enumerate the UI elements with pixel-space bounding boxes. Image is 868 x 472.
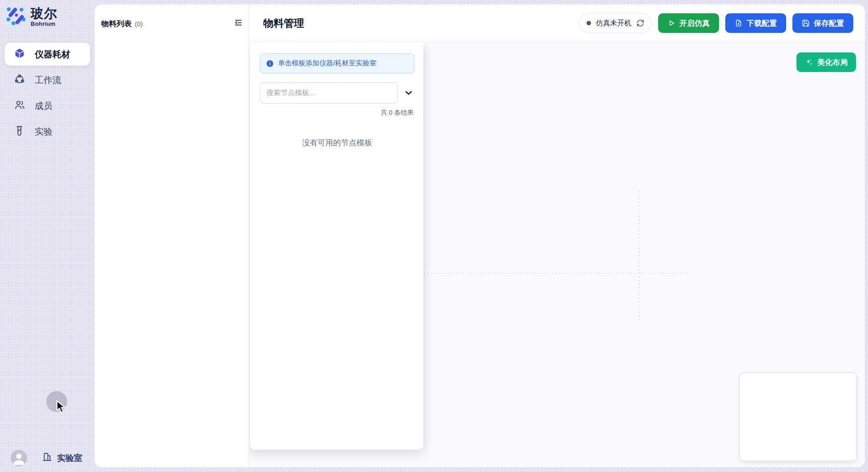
test-tube-icon — [14, 125, 25, 139]
flow-canvas[interactable]: 单击模板添加仪器/耗材至实验室 共 0 条结果 没 — [249, 42, 865, 467]
empty-templates-message: 没有可用的节点模板 — [260, 137, 414, 148]
save-icon — [802, 19, 810, 27]
building-icon — [42, 452, 52, 464]
chevron-down-icon — [404, 88, 414, 98]
sidebar-item-members[interactable]: 成员 — [4, 94, 90, 117]
sidebar-item-instruments[interactable]: 仪器耗材 — [4, 43, 90, 66]
info-icon — [266, 60, 274, 68]
lab-entry[interactable]: 实验室 — [42, 452, 82, 464]
header-actions: 仿真未开机 — [579, 13, 853, 33]
template-search-row — [260, 82, 414, 104]
save-config-label: 保存配置 — [814, 18, 844, 28]
materials-list-count: (0) — [135, 20, 143, 28]
simulation-status-label: 仿真未开机 — [596, 19, 631, 28]
sidebar-item-label: 成员 — [35, 100, 52, 112]
user-avatar[interactable] — [11, 450, 27, 466]
sidebar-item-label: 实验 — [35, 126, 52, 138]
download-config-button[interactable]: 下载配置 — [725, 13, 786, 33]
status-dot-icon — [587, 21, 591, 25]
simulation-status-chip[interactable]: 仿真未开机 — [579, 13, 652, 33]
sidebar-nav: 仪器耗材 工作流 — [0, 43, 95, 143]
sparkles-icon — [805, 58, 813, 67]
save-config-button[interactable]: 保存配置 — [792, 13, 853, 33]
start-simulation-label: 开启仿真 — [679, 18, 710, 28]
beautify-layout-button[interactable]: 美化布局 — [796, 52, 856, 72]
main-column: 物料管理 仿真未开机 — [249, 4, 865, 467]
expand-categories-button[interactable] — [403, 87, 414, 99]
sidebar-item-label: 仪器耗材 — [35, 48, 70, 60]
brand-logo: 玻尔 Bohrium — [0, 0, 95, 28]
brand-subtitle: Bohrium — [31, 20, 57, 27]
template-hint-alert: 单击模板添加仪器/耗材至实验室 — [260, 53, 414, 73]
collapse-panel-icon[interactable] — [234, 18, 243, 29]
play-icon — [667, 19, 675, 27]
sidebar-footer: 实验室 — [0, 450, 95, 466]
cube-icon — [14, 48, 25, 61]
search-result-count: 共 0 条结果 — [260, 108, 414, 117]
download-config-label: 下载配置 — [747, 18, 777, 28]
refresh-icon[interactable] — [636, 19, 644, 27]
sidebar-item-workflow[interactable]: 工作流 — [4, 68, 90, 92]
sidebar-item-experiments[interactable]: 实验 — [4, 120, 90, 143]
members-icon — [14, 99, 25, 113]
page-header: 物料管理 仿真未开机 — [249, 4, 865, 42]
workflow-icon — [14, 73, 25, 87]
page-title: 物料管理 — [263, 16, 304, 30]
bohrium-logo-icon — [6, 6, 26, 28]
materials-list-title: 物料列表 — [101, 19, 132, 29]
lab-label: 实验室 — [57, 452, 82, 464]
canvas-guide-horizontal — [424, 273, 689, 274]
file-download-icon — [735, 19, 743, 27]
node-template-panel: 单击模板添加仪器/耗材至实验室 共 0 条结果 没 — [250, 42, 423, 450]
main-container: 物料列表 (0) 物料管理 仿真未开机 — [95, 4, 865, 467]
template-search-input[interactable] — [260, 82, 398, 104]
start-simulation-button[interactable]: 开启仿真 — [658, 13, 719, 33]
beautify-layout-label: 美化布局 — [817, 57, 848, 68]
app-window: 玻尔 Bohrium 仪器耗材 — [0, 0, 868, 472]
materials-list-panel: 物料列表 (0) — [95, 4, 249, 467]
brand-name: 玻尔 Bohrium — [31, 7, 57, 27]
sidebar-item-label: 工作流 — [35, 74, 61, 86]
minimap[interactable] — [739, 372, 857, 461]
brand-title: 玻尔 — [31, 7, 57, 20]
materials-list-header: 物料列表 (0) — [95, 4, 249, 29]
template-hint-text: 单击模板添加仪器/耗材至实验室 — [278, 59, 376, 68]
sidebar: 玻尔 Bohrium 仪器耗材 — [0, 0, 95, 472]
canvas-guide-vertical — [639, 191, 640, 320]
